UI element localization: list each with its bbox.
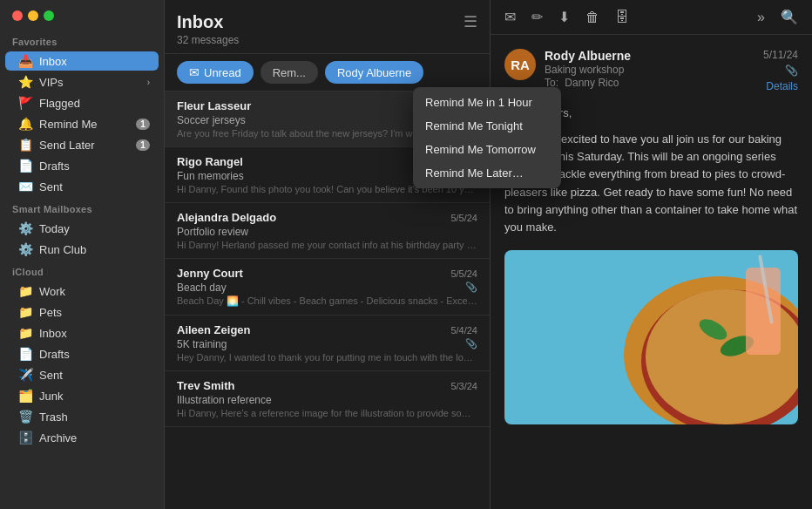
email-list-item[interactable]: Aileen Zeigen 5/4/24 5K training 📎 Hey D… (165, 316, 490, 371)
attachment-icon: 📎 (465, 282, 477, 294)
email-sender: Trev Smith (177, 379, 234, 392)
move-toolbar-icon[interactable]: 🗄 (615, 10, 629, 25)
flag-icon: 🚩 (17, 96, 33, 110)
sidebar-item-junk[interactable]: 🗂️ Junk (5, 386, 159, 405)
sent-icon: ✉️ (17, 180, 33, 193)
minimize-button[interactable] (28, 10, 38, 21)
sidebar-item-label: Run Club (39, 243, 150, 256)
run-club-icon: ⚙️ (17, 242, 33, 256)
trash-toolbar-icon[interactable]: 🗑 (585, 10, 599, 25)
email-preview: Hi Danny! Herland passed me your contact… (177, 240, 477, 250)
close-button[interactable] (12, 10, 23, 21)
junk-icon: 🗂️ (17, 389, 33, 403)
sidebar-item-label: Sent (39, 180, 150, 193)
filter-icon[interactable]: ☰ (464, 12, 477, 31)
today-icon: ⚙️ (17, 221, 33, 235)
drafts-icon: 📄 (17, 159, 33, 173)
remind-1-hour[interactable]: Remind Me in 1 Hour (413, 91, 561, 114)
sidebar-item-label: Inbox (39, 327, 150, 340)
drafts-icon: 📄 (17, 347, 33, 361)
filter-rody-button[interactable]: Rody Albuerne (325, 61, 423, 84)
sidebar-item-label: Inbox (39, 55, 150, 68)
inbox-header-text: Inbox 32 messages (177, 12, 239, 46)
sidebar-item-flagged[interactable]: 🚩 Flagged (5, 93, 159, 112)
email-toolbar: ✉ ✏ ⬇ 🗑 🗄 » 🔍 (491, 0, 812, 35)
sidebar-item-run-club[interactable]: ⚙️ Run Club (5, 240, 159, 259)
middle-panel: Inbox 32 messages ☰ ✉ Unread Rem... Rody… (164, 0, 491, 509)
details-link[interactable]: Details (766, 80, 798, 92)
archive-toolbar-icon[interactable]: ⬇ (558, 9, 570, 25)
email-item-date: 5/5/24 (450, 213, 477, 223)
remind-later[interactable]: Remind Me Later… (413, 161, 561, 185)
email-date: 5/11/24 (763, 49, 798, 61)
sidebar-item-icloud-drafts[interactable]: 📄 Drafts (5, 344, 159, 363)
bell-icon: 🔔 (17, 117, 33, 131)
search-icon[interactable]: 🔍 (781, 9, 798, 25)
folder-icon: 📁 (17, 284, 33, 298)
sidebar-item-label: VIPs (39, 76, 141, 89)
email-list-item[interactable]: Jenny Court 5/5/24 Beach day 📎 Beach Day… (165, 259, 490, 316)
email-from-name: Rody Albuerne (545, 49, 754, 63)
sidebar-item-icloud-sent[interactable]: ✈️ Sent (5, 365, 159, 384)
sidebar-item-label: Flagged (39, 97, 150, 110)
email-sender: Aileen Zeigen (177, 323, 251, 336)
sidebar-item-trash[interactable]: 🗑️ Trash (5, 407, 159, 426)
sidebar-item-label: Archive (39, 431, 150, 445)
email-list-item[interactable]: Trev Smith 5/3/24 Illustration reference… (165, 371, 490, 427)
email-preview: Hey Danny, I wanted to thank you for put… (177, 352, 477, 363)
send-later-badge: 1 (136, 139, 150, 151)
sidebar-item-label: Drafts (39, 348, 150, 361)
email-preview: Hi Danny, Here's a reference image for t… (177, 408, 477, 418)
inbox-title: Inbox (177, 12, 239, 32)
email-list-item[interactable]: Alejandra Delgado 5/5/24 Portfolio revie… (165, 203, 490, 259)
envelope-icon[interactable]: ✉ (504, 9, 516, 25)
email-preview: Beach Day 🌅 - Chill vibes - Beach games … (177, 295, 477, 307)
avatar: RA (504, 49, 536, 80)
star-icon: ⭐ (17, 75, 33, 89)
message-count: 32 messages (177, 34, 239, 46)
fullscreen-button[interactable] (44, 10, 54, 21)
more-icon[interactable]: » (757, 10, 765, 25)
sidebar-item-label: Sent (39, 369, 150, 382)
email-item-date: 5/3/24 (450, 381, 477, 391)
email-to-line: To: Danny Rico (545, 77, 754, 89)
compose-icon[interactable]: ✏ (531, 9, 543, 25)
inbox-icon: 📥 (17, 54, 33, 68)
attachment-indicator: 📎 (785, 64, 798, 77)
email-meta: Rody Albuerne Baking workshop To: Danny … (545, 49, 754, 89)
email-sender: Jenny Court (177, 267, 243, 280)
attachment-icon: 📎 (465, 338, 477, 350)
email-subject-line: Baking workshop (545, 64, 754, 76)
email-item-subject: Beach day 📎 (177, 282, 477, 294)
sidebar-item-send-later[interactable]: 📋 Send Later 1 (5, 135, 159, 154)
folder-icon: 📁 (17, 326, 33, 340)
sidebar-item-pets[interactable]: 📁 Pets (5, 302, 159, 322)
remind-tonight[interactable]: Remind Me Tonight (413, 114, 561, 138)
sidebar-item-archive[interactable]: 🗄️ Archive (5, 428, 159, 447)
filter-remind-button[interactable]: Rem... (261, 61, 318, 84)
filter-unread-button[interactable]: ✉ Unread (177, 61, 254, 84)
sidebar-item-sent[interactable]: ✉️ Sent (5, 177, 159, 196)
sidebar-item-label: Pets (39, 306, 150, 319)
sidebar-item-label: Trash (39, 411, 150, 424)
sidebar-item-inbox[interactable]: 📥 Inbox (5, 51, 159, 71)
sidebar-item-label: Junk (39, 390, 150, 403)
email-sender: Rigo Rangel (177, 155, 243, 168)
remind-tomorrow[interactable]: Remind Me Tomorrow (413, 138, 561, 161)
email-sender: Alejandra Delgado (177, 211, 276, 224)
remind-me-badge: 1 (136, 119, 150, 130)
traffic-lights (0, 10, 164, 30)
sidebar-item-work[interactable]: 📁 Work (5, 282, 159, 301)
sidebar-item-icloud-inbox[interactable]: 📁 Inbox (5, 323, 159, 343)
email-item-subject: 5K training 📎 (177, 338, 477, 350)
email-from-row: RA Rody Albuerne Baking workshop To: Dan… (504, 49, 798, 92)
chevron-icon: › (147, 78, 150, 87)
sidebar-item-label: Work (39, 285, 150, 298)
send-later-icon: 📋 (17, 138, 33, 152)
icloud-section-label: iCloud (0, 260, 164, 281)
sidebar-item-remind-me[interactable]: 🔔 Remind Me 1 (5, 114, 159, 133)
sidebar-item-vips[interactable]: ⭐ VIPs › (5, 72, 159, 92)
sidebar-item-today[interactable]: ⚙️ Today (5, 219, 159, 238)
sent-icon: ✈️ (17, 368, 33, 382)
sidebar-item-drafts[interactable]: 📄 Drafts (5, 156, 159, 175)
